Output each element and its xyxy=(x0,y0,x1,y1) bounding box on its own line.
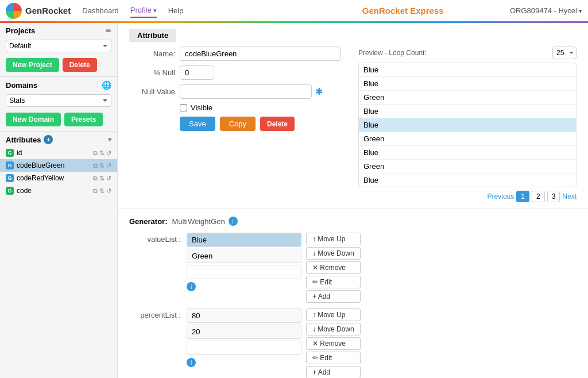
name-input[interactable] xyxy=(180,47,341,61)
projects-select[interactable]: Default xyxy=(6,40,111,52)
value-list-item-green[interactable]: Green xyxy=(187,249,301,263)
sidebar-item-coderedyellow[interactable]: G codeRedYellow ⧉ ⇅ ↺ xyxy=(0,172,117,184)
attr-refresh-icon-cbg[interactable]: ↺ xyxy=(106,162,111,169)
percent-move-down-button[interactable]: Move Down xyxy=(306,323,361,335)
pagination-next[interactable]: Next xyxy=(562,192,577,200)
projects-select-wrap: Default xyxy=(0,38,117,56)
preview-item: Blue xyxy=(359,118,576,132)
presets-button[interactable]: Presets xyxy=(64,113,103,126)
value-list-actions: Move Up Move Down Remove Edit Add xyxy=(306,233,361,303)
pagination-previous[interactable]: Previous xyxy=(488,192,514,200)
attr-copy-icon-id[interactable]: ⧉ xyxy=(93,149,98,157)
add-attribute-icon[interactable]: + xyxy=(44,135,53,144)
attr-refresh-icon-code[interactable]: ↺ xyxy=(106,187,111,195)
page-btn-3[interactable]: 3 xyxy=(547,191,560,202)
nav-dashboard[interactable]: Dashboard xyxy=(82,4,119,17)
name-label: Name: xyxy=(129,49,175,58)
attr-move-icon-code[interactable]: ⇅ xyxy=(99,187,105,195)
domains-label: Domains xyxy=(6,81,37,90)
nav-profile[interactable]: Profile xyxy=(130,3,157,18)
preview-label: Preview - Loop Count: xyxy=(358,49,427,57)
preview-item: Green xyxy=(359,91,576,105)
attr-name-id: id xyxy=(17,149,22,157)
attr-form-left: Name: % Null Null Value ✱ Visible xyxy=(129,47,347,202)
domains-select[interactable]: Stats xyxy=(6,94,111,107)
save-attribute-button[interactable]: Save xyxy=(180,117,215,131)
delete-project-button[interactable]: Delete xyxy=(63,58,97,72)
attr-copy-icon-code[interactable]: ⧉ xyxy=(93,187,98,195)
percent-list-wrap: 80 20 i Move Up Move Down Remove Edit Ad… xyxy=(187,308,361,378)
visible-checkbox[interactable] xyxy=(180,104,187,111)
percent-edit-button[interactable]: Edit xyxy=(306,352,361,364)
asterisk-icon: ✱ xyxy=(315,86,323,97)
preview-item: Blue xyxy=(359,63,576,77)
main-layout: Projects ✏ Default New Project Delete Do… xyxy=(0,23,588,378)
attr-refresh-icon-cry[interactable]: ↺ xyxy=(106,175,111,182)
page-btn-2[interactable]: 2 xyxy=(532,191,545,202)
nav-help[interactable]: Help xyxy=(168,4,184,17)
preview-item: Blue xyxy=(359,77,576,91)
generator-info-icon[interactable]: i xyxy=(229,217,238,226)
projects-edit-icon[interactable]: ✏ xyxy=(106,27,111,35)
percent-list-item-80[interactable]: 80 xyxy=(187,308,301,323)
sidebar: Projects ✏ Default New Project Delete Do… xyxy=(0,23,118,378)
percent-add-button[interactable]: Add xyxy=(306,366,361,378)
preview-item: Blue xyxy=(359,173,576,187)
projects-btn-row: New Project Delete xyxy=(0,56,117,76)
sidebar-item-code[interactable]: G code ⧉ ⇅ ↺ xyxy=(0,184,117,197)
percent-remove-button[interactable]: Remove xyxy=(306,337,361,350)
form-btn-row: Save Copy Delete xyxy=(129,117,347,131)
attr-copy-icon-cry[interactable]: ⧉ xyxy=(93,175,98,182)
attr-refresh-icon-id[interactable]: ↺ xyxy=(106,149,111,157)
percent-move-up-button[interactable]: Move Up xyxy=(306,308,361,321)
copy-attribute-button[interactable]: Copy xyxy=(220,117,256,131)
value-edit-button[interactable]: Edit xyxy=(306,276,361,288)
generator-name: MultiWeightGen xyxy=(172,217,225,226)
attribute-section: Attribute Name: % Null Null Value ✱ xyxy=(118,23,588,209)
preview-panel: Preview - Loop Count: 25 Blue Blue Green… xyxy=(358,47,577,202)
sidebar-item-id[interactable]: G id ⧉ ⇅ ↺ xyxy=(0,146,117,159)
app-title: GenRocket Express xyxy=(296,6,510,16)
new-project-button[interactable]: New Project xyxy=(6,58,59,72)
null-input[interactable] xyxy=(180,65,214,80)
projects-section: Projects ✏ xyxy=(0,23,117,38)
percent-list-item-20[interactable]: 20 xyxy=(187,325,301,339)
value-list-item-blue[interactable]: Blue xyxy=(187,233,301,247)
visible-label: Visible xyxy=(191,103,212,112)
visible-row: Visible xyxy=(129,103,347,112)
null-value-input[interactable] xyxy=(180,84,312,99)
percent-list-new-input[interactable] xyxy=(187,341,301,355)
delete-attribute-button[interactable]: Delete xyxy=(260,117,295,131)
attributes-chevron-icon[interactable]: ▾ xyxy=(108,136,111,144)
null-value-row: Null Value ✱ xyxy=(129,84,347,99)
value-move-down-button[interactable]: Move Down xyxy=(306,247,361,260)
new-domain-button[interactable]: New Domain xyxy=(6,113,61,126)
value-list-info-icon[interactable]: i xyxy=(187,282,196,291)
page-btn-1[interactable]: 1 xyxy=(516,191,529,202)
attr-move-icon-id[interactable]: ⇅ xyxy=(99,149,105,157)
value-list-wrap: Blue Green i Move Up Move Down Remove Ed… xyxy=(187,233,361,303)
attr-move-icon-cbg[interactable]: ⇅ xyxy=(99,162,105,169)
preview-item: Blue xyxy=(359,146,576,160)
sidebar-item-codebluegreen[interactable]: G codeBlueGreen ⧉ ⇅ ↺ xyxy=(0,159,117,172)
preview-item: Green xyxy=(359,160,576,173)
value-list-new-input[interactable] xyxy=(187,265,301,279)
value-list-items: Blue Green xyxy=(187,233,301,263)
percent-list-info-icon[interactable]: i xyxy=(187,358,196,367)
value-list-label: valueList : xyxy=(129,233,181,244)
attr-move-icon-cry[interactable]: ⇅ xyxy=(99,175,105,182)
logo-text: GenRocket xyxy=(25,6,71,16)
org-selector[interactable]: ORG809474 - Hycel xyxy=(510,6,582,15)
attr-copy-icon-cbg[interactable]: ⧉ xyxy=(93,162,98,169)
generator-label: Generator: xyxy=(129,217,167,226)
value-add-button[interactable]: Add xyxy=(306,290,361,303)
preview-count-select[interactable]: 25 xyxy=(552,47,577,59)
value-remove-button[interactable]: Remove xyxy=(306,261,361,274)
attributes-section: Attributes + ▾ xyxy=(0,132,117,146)
value-move-up-button[interactable]: Move Up xyxy=(306,233,361,245)
logo[interactable]: GenRocket xyxy=(6,3,71,19)
null-label: % Null xyxy=(129,68,175,77)
percent-list-row: percentList : 80 20 i Move Up Move Down … xyxy=(129,308,577,378)
preview-pagination: Previous 1 2 3 Next xyxy=(358,187,577,202)
nav-links: Dashboard Profile Help xyxy=(82,3,296,18)
